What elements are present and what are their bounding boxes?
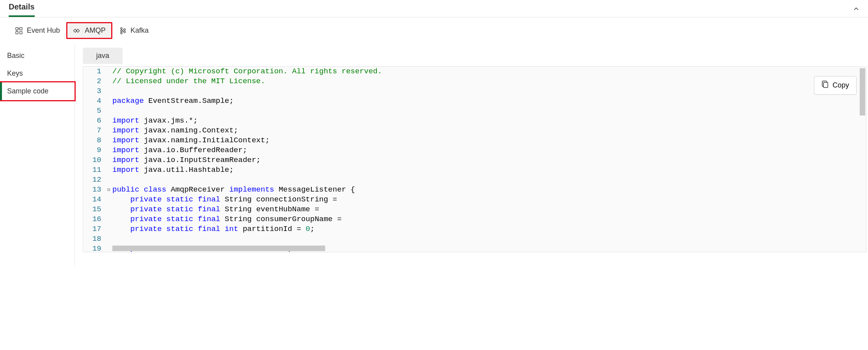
line-number: 1 xyxy=(83,67,105,76)
svg-point-9 xyxy=(124,28,125,30)
code-text: private static final int partitionId = 0… xyxy=(112,224,322,234)
code-text: // Copyright (c) Microsoft Corporation. … xyxy=(112,67,390,76)
tab-event-hub[interactable]: Event Hub xyxy=(9,22,66,39)
line-number: 16 xyxy=(83,214,105,224)
code-text xyxy=(112,175,125,185)
code-text xyxy=(112,234,125,244)
line-number: 7 xyxy=(83,126,105,136)
svg-line-14 xyxy=(122,31,124,32)
details-header: Details xyxy=(0,0,868,17)
code-panel: 1// Copyright (c) Microsoft Corporation.… xyxy=(83,66,866,252)
code-text: package EventStream.Sample; xyxy=(112,96,242,106)
svg-rect-1 xyxy=(20,28,22,30)
sidebar-item-basic[interactable]: Basic xyxy=(0,47,71,65)
code-text: private static final String connectionSt… xyxy=(112,195,345,205)
sidebar-item-sample-code[interactable]: Sample code xyxy=(0,82,75,100)
code-text: import javax.jms.*; xyxy=(112,116,206,126)
code-text: import java.util.Hashtable; xyxy=(112,165,242,175)
code-line: 10import java.io.InputStreamReader; xyxy=(83,155,866,165)
code-line: 9import java.io.BufferedReader; xyxy=(83,145,866,155)
kafka-icon xyxy=(119,27,127,35)
line-number: 10 xyxy=(83,155,105,165)
svg-line-13 xyxy=(122,30,124,30)
vertical-scrollbar[interactable] xyxy=(860,68,865,250)
code-line: 15 private static final String eventHubN… xyxy=(83,205,866,214)
line-number: 19 xyxy=(83,244,105,252)
line-number: 12 xyxy=(83,175,105,185)
protocol-tab-bar: Event Hub AMQP Kafka xyxy=(0,17,868,45)
amqp-icon xyxy=(73,27,81,35)
language-tab-java[interactable]: java xyxy=(83,48,123,64)
tab-kafka[interactable]: Kafka xyxy=(112,22,155,39)
svg-rect-0 xyxy=(16,28,18,30)
code-scroll-area[interactable]: 1// Copyright (c) Microsoft Corporation.… xyxy=(83,67,866,252)
tab-kafka-label: Kafka xyxy=(130,26,149,35)
collapse-icon[interactable] xyxy=(853,6,859,14)
sidebar-item-keys[interactable]: Keys xyxy=(0,65,71,82)
code-line: 8import javax.naming.InitialContext; xyxy=(83,136,866,145)
line-number: 8 xyxy=(83,136,105,145)
code-text: private static final String eventHubName… xyxy=(112,205,327,214)
code-line: 16 private static final String consumerG… xyxy=(83,214,866,224)
code-line: 6import javax.jms.*; xyxy=(83,116,866,126)
code-line: 4package EventStream.Sample; xyxy=(83,96,866,106)
svg-rect-15 xyxy=(823,82,828,88)
line-number: 9 xyxy=(83,145,105,155)
svg-rect-3 xyxy=(20,32,22,34)
line-number: 13 xyxy=(83,185,105,195)
side-nav: Basic Keys Sample code xyxy=(0,45,75,265)
line-number: 14 xyxy=(83,195,105,205)
code-line: 3 xyxy=(83,86,866,96)
code-line: 11import java.util.Hashtable; xyxy=(83,165,866,175)
vertical-scrollbar-thumb[interactable] xyxy=(860,68,865,115)
tab-amqp[interactable]: AMQP xyxy=(66,22,112,39)
code-line: 12 xyxy=(83,175,866,185)
code-text: import java.io.InputStreamReader; xyxy=(112,155,268,165)
svg-point-7 xyxy=(121,30,122,31)
svg-point-6 xyxy=(121,27,122,29)
copy-button[interactable]: Copy xyxy=(814,76,857,95)
code-text xyxy=(112,106,125,116)
code-line: 18 xyxy=(83,234,866,244)
line-number: 18 xyxy=(83,234,105,244)
tab-event-hub-label: Event Hub xyxy=(27,26,60,35)
line-number: 5 xyxy=(83,106,105,116)
svg-rect-2 xyxy=(16,32,18,34)
code-line: 5 xyxy=(83,106,866,116)
code-text: private static final String consumerGrou… xyxy=(112,214,350,224)
code-text xyxy=(112,86,125,96)
line-number: 15 xyxy=(83,205,105,214)
horizontal-scrollbar-thumb[interactable] xyxy=(112,246,325,251)
details-title: Details xyxy=(9,2,35,17)
copy-button-label: Copy xyxy=(833,81,849,89)
code-line: 7import javax.naming.Context; xyxy=(83,126,866,136)
code-text: import javax.naming.InitialContext; xyxy=(112,136,278,145)
tab-amqp-label: AMQP xyxy=(85,26,106,35)
code-text: import java.io.BufferedReader; xyxy=(112,145,255,155)
line-number: 2 xyxy=(83,76,105,86)
main-panel: java 1// Copyright (c) Microsoft Corpora… xyxy=(75,45,868,265)
line-number: 3 xyxy=(83,86,105,96)
code-text: public class AmqpReceiver implements Mes… xyxy=(112,185,363,195)
fold-gutter-icon[interactable]: ⊟ xyxy=(105,185,112,195)
code-line: 17 private static final int partitionId … xyxy=(83,224,866,234)
code-line: 13⊟public class AmqpReceiver implements … xyxy=(83,185,866,195)
copy-icon xyxy=(821,80,829,90)
code-text: import javax.naming.Context; xyxy=(112,126,246,136)
code-text: // Licensed under the MIT License. xyxy=(112,76,273,86)
code-line: 2// Licensed under the MIT License. xyxy=(83,76,866,86)
line-number: 11 xyxy=(83,165,105,175)
line-number: 4 xyxy=(83,96,105,106)
svg-point-8 xyxy=(121,32,122,34)
svg-point-10 xyxy=(124,31,125,32)
line-number: 17 xyxy=(83,224,105,234)
line-number: 6 xyxy=(83,116,105,126)
code-line: 14 private static final String connectio… xyxy=(83,195,866,205)
code-line: 1// Copyright (c) Microsoft Corporation.… xyxy=(83,67,866,76)
eventhub-icon xyxy=(15,27,23,35)
